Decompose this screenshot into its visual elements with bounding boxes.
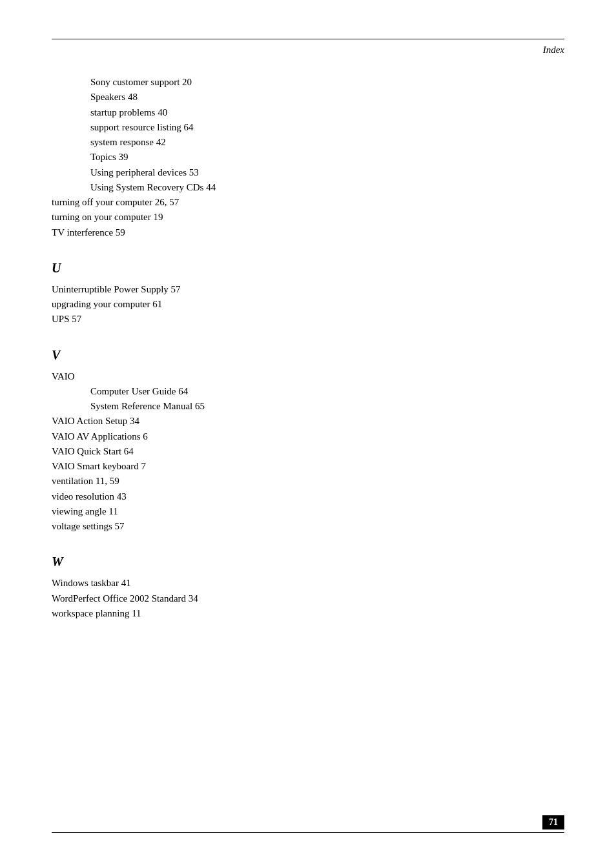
list-item: VAIO <box>52 369 564 384</box>
header-title: Index <box>543 45 564 56</box>
index-content: Sony customer support 20 Speakers 48 sta… <box>52 75 564 621</box>
list-item: Speakers 48 <box>52 90 564 105</box>
list-item: turning off your computer 26, 57 <box>52 195 564 210</box>
u-section: U Uninterruptible Power Supply 57 upgrad… <box>52 258 564 327</box>
list-item: VAIO AV Applications 6 <box>52 429 564 444</box>
list-item: support resource listing 64 <box>52 120 564 135</box>
list-item: TV interference 59 <box>52 225 564 240</box>
list-item: Topics 39 <box>52 150 564 165</box>
t-section-entries: Sony customer support 20 Speakers 48 sta… <box>52 75 564 240</box>
v-section: V VAIO Computer User Guide 64 System Ref… <box>52 345 564 534</box>
list-item: voltage settings 57 <box>52 519 564 534</box>
list-item: viewing angle 11 <box>52 504 564 519</box>
list-item: system response 42 <box>52 135 564 150</box>
list-item: turning on your computer 19 <box>52 210 564 225</box>
list-item: workspace planning 11 <box>52 606 564 621</box>
list-item: VAIO Smart keyboard 7 <box>52 459 564 474</box>
list-item: upgrading your computer 61 <box>52 297 564 312</box>
page-number: 71 <box>542 815 564 829</box>
bottom-rule <box>52 832 564 833</box>
list-item: ventilation 11, 59 <box>52 474 564 489</box>
section-header-w: W <box>52 552 564 572</box>
list-item: UPS 57 <box>52 312 564 327</box>
list-item: Windows taskbar 41 <box>52 576 564 591</box>
list-item: Sony customer support 20 <box>52 75 564 90</box>
section-header-v: V <box>52 345 564 365</box>
list-item: WordPerfect Office 2002 Standard 34 <box>52 591 564 606</box>
list-item: VAIO Action Setup 34 <box>52 414 564 429</box>
w-section: W Windows taskbar 41 WordPerfect Office … <box>52 552 564 621</box>
list-item: Using System Recovery CDs 44 <box>52 180 564 195</box>
list-item: video resolution 43 <box>52 489 564 504</box>
list-item: startup problems 40 <box>52 105 564 120</box>
section-header-u: U <box>52 258 564 278</box>
top-rule <box>52 39 564 39</box>
list-item: VAIO Quick Start 64 <box>52 444 564 459</box>
list-item: Uninterruptible Power Supply 57 <box>52 282 564 297</box>
list-item: Using peripheral devices 53 <box>52 165 564 180</box>
page-container: Index Sony customer support 20 Speakers … <box>0 0 616 865</box>
page-header: Index <box>52 45 564 56</box>
list-item: System Reference Manual 65 <box>52 399 564 414</box>
list-item: Computer User Guide 64 <box>52 384 564 399</box>
